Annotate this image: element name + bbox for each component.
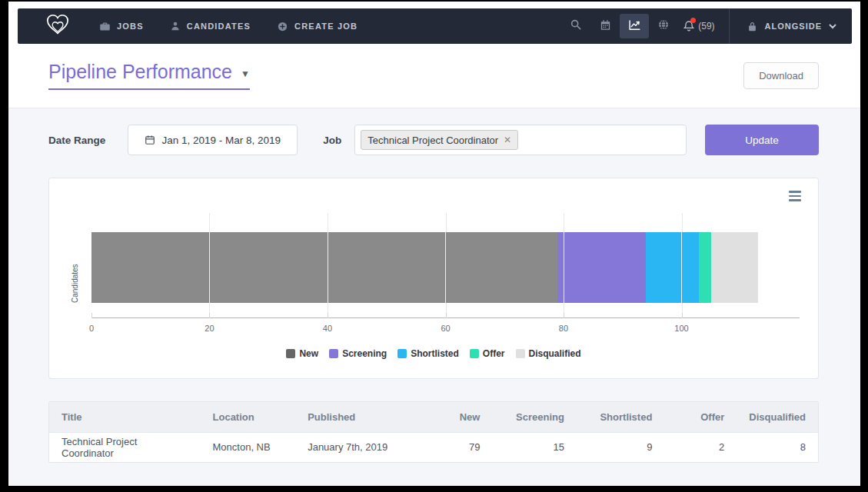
table-header: TitleLocationPublishedNewScreeningShortl… [49, 402, 818, 432]
calendar-icon [145, 135, 155, 145]
notifications: (59) [683, 20, 714, 32]
job-select[interactable]: Technical Project Coordinator ✕ [354, 125, 687, 155]
legend-swatch [286, 349, 295, 358]
legend-swatch [470, 349, 479, 358]
download-button[interactable]: Download [743, 62, 819, 89]
chart-context-menu-button[interactable] [789, 191, 801, 201]
bell-icon [683, 20, 695, 32]
chevron-down-icon [829, 22, 836, 31]
legend-swatch [516, 349, 525, 358]
x-tick-label: 60 [441, 324, 450, 333]
x-tick-label: 100 [674, 324, 688, 333]
results-table: TitleLocationPublishedNewScreeningShortl… [49, 402, 818, 462]
primary-nav: JOBS CANDIDATES CREATE JOB [99, 21, 358, 32]
filter-bar: Date Range Jan 1, 2019 - Mar 8, 2019 Job… [48, 125, 819, 155]
column-header-title: Title [49, 402, 201, 432]
top-navbar: JOBS CANDIDATES CREATE JOB [18, 8, 852, 44]
bar-segment-disqualified[interactable] [711, 232, 758, 303]
legend-item-offer[interactable]: Offer [470, 348, 505, 359]
legend-label: New [299, 348, 318, 359]
content-area: Date Range Jan 1, 2019 - Mar 8, 2019 Job… [8, 108, 860, 486]
nav-item-label: CANDIDATES [187, 22, 251, 31]
account-icon [747, 21, 758, 32]
hearts-logo-icon [45, 13, 70, 39]
calendar-button[interactable] [590, 14, 620, 38]
legend-item-disqualified[interactable]: Disqualified [516, 348, 581, 359]
account-label: ALONGSIDE [765, 22, 822, 31]
cell-location: Moncton, NB [201, 432, 296, 462]
analytics-button[interactable] [620, 14, 649, 38]
nav-item-label: CREATE JOB [294, 22, 358, 31]
notification-count: (59) [698, 21, 714, 32]
legend-item-screening[interactable]: Screening [329, 348, 387, 359]
legend-item-shortlisted[interactable]: Shortlisted [397, 348, 459, 359]
notifications-button[interactable]: (59) [683, 14, 714, 38]
navbar-right: (59) ALONGSIDE [561, 8, 836, 44]
account-menu[interactable]: ALONGSIDE [747, 21, 836, 32]
legend-label: Disqualified [529, 348, 581, 359]
remove-tag-icon[interactable]: ✕ [504, 135, 511, 145]
legend-label: Offer [483, 348, 505, 359]
page-header: Pipeline Performance ▼ Download [48, 58, 819, 92]
table-row[interactable]: Technical Project CoordinatorMoncton, NB… [49, 432, 818, 462]
bar-gridline [445, 232, 446, 303]
app-window: JOBS CANDIDATES CREATE JOB [8, 2, 860, 486]
legend-label: Shortlisted [411, 348, 459, 359]
legend-swatch [329, 349, 338, 358]
column-header-published: Published [295, 402, 421, 432]
bar-segment-new[interactable] [91, 232, 557, 303]
report-selector[interactable]: Pipeline Performance ▼ [48, 61, 250, 90]
search-icon [570, 18, 582, 34]
brand-logo[interactable] [45, 13, 70, 39]
bar-segment-screening[interactable] [557, 232, 646, 303]
cell-offer: 2 [664, 432, 737, 462]
date-range-label: Date Range [48, 135, 105, 146]
nav-item-create-job[interactable]: CREATE JOB [277, 21, 358, 32]
legend-label: Screening [342, 348, 387, 359]
bar-gridline [681, 232, 682, 303]
globe-icon [657, 18, 670, 34]
axis-tick [446, 313, 447, 318]
nav-item-label: JOBS [117, 22, 144, 31]
x-tick-label: 0 [89, 324, 94, 333]
column-header-new: New [421, 402, 493, 432]
update-button[interactable]: Update [705, 125, 819, 155]
cell-screening: 15 [492, 432, 576, 462]
bar-gridline [564, 232, 564, 303]
cell-disqualified: 8 [737, 432, 818, 462]
nav-item-candidates[interactable]: CANDIDATES [170, 21, 251, 32]
cell-new: 79 [421, 432, 493, 462]
column-header-location: Location [201, 402, 296, 432]
axis-tick [564, 313, 564, 318]
legend-swatch [397, 349, 407, 358]
date-range-value: Jan 1, 2019 - Mar 8, 2019 [161, 135, 281, 146]
bar-segment-offer[interactable] [699, 232, 710, 303]
axis-tick [91, 313, 92, 318]
line-chart-icon [628, 18, 641, 35]
bar-gridline [328, 232, 328, 303]
chart-legend: NewScreeningShortlistedOfferDisqualified [49, 348, 818, 359]
cell-title: Technical Project Coordinator [49, 432, 201, 462]
cell-published: January 7th, 2019 [295, 432, 421, 462]
person-icon [170, 21, 181, 32]
nav-item-jobs[interactable]: JOBS [99, 21, 144, 32]
date-range-input[interactable]: Jan 1, 2019 - Mar 8, 2019 [128, 125, 298, 155]
axis-tick [209, 313, 210, 318]
search-button[interactable] [561, 14, 590, 38]
caret-down-icon: ▼ [241, 68, 250, 79]
bar-segment-shortlisted[interactable] [646, 232, 699, 303]
job-label: Job [323, 135, 341, 146]
globe-button[interactable] [649, 14, 678, 38]
bar-gridline [209, 232, 210, 303]
briefcase-icon [99, 21, 111, 32]
navbar-divider [729, 8, 730, 44]
column-header-shortlisted: Shortlisted [577, 402, 664, 432]
x-tick-label: 20 [205, 324, 214, 333]
axis-tick [682, 313, 683, 318]
axis-tick [328, 313, 328, 318]
x-tick-label: 80 [559, 324, 568, 333]
page-title: Pipeline Performance [48, 61, 232, 83]
column-header-offer: Offer [664, 402, 737, 432]
table-body: Technical Project CoordinatorMoncton, NB… [49, 432, 818, 462]
legend-item-new[interactable]: New [286, 348, 318, 359]
